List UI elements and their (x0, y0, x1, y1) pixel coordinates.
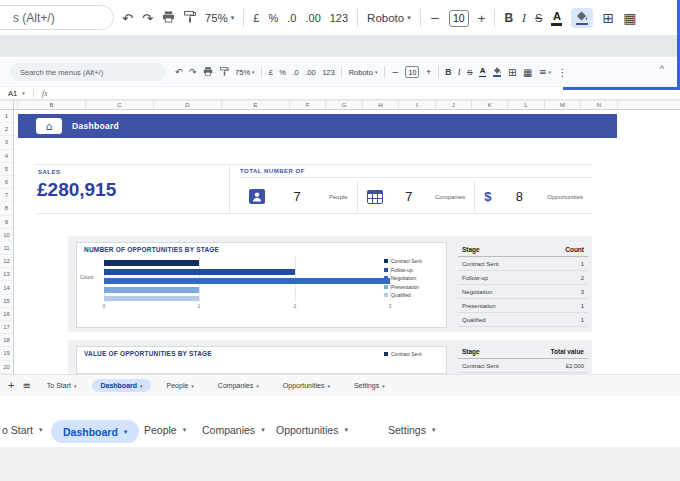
zoom-select[interactable]: 75% ▾ (235, 68, 255, 77)
decrease-font-size-button[interactable]: − (391, 67, 399, 77)
sheet-tab-to-start[interactable]: To Start▾ (39, 379, 85, 392)
row-number[interactable]: 16 (0, 308, 13, 321)
paint-format-button[interactable] (220, 67, 229, 78)
chart-bar-qualified (104, 296, 199, 301)
column-header[interactable]: D (154, 101, 222, 109)
sheet-tab-people[interactable]: People▾ (159, 379, 202, 392)
format-currency-button[interactable]: £ (253, 12, 259, 24)
decrease-decimal-button[interactable]: .0 (292, 68, 298, 77)
column-header[interactable]: N (581, 101, 617, 109)
row-number[interactable]: 10 (0, 229, 13, 242)
row-number[interactable]: 9 (0, 216, 13, 229)
column-header[interactable]: L (508, 101, 544, 109)
zoomed-tab-settings[interactable]: Settings▾ (388, 424, 435, 436)
row-number[interactable]: 20 (0, 361, 13, 374)
row-number[interactable]: 7 (0, 189, 13, 202)
redo-button[interactable]: ↷ (142, 11, 153, 26)
row-number[interactable]: 2 (0, 123, 13, 136)
row-number[interactable]: 19 (0, 347, 13, 360)
column-header[interactable]: C (86, 101, 154, 109)
zoomed-tab-dashboard[interactable]: Dashboard▾ (51, 420, 139, 443)
row-number[interactable]: 4 (0, 150, 13, 163)
strikethrough-button[interactable]: S (535, 12, 542, 24)
sheet-tab-settings[interactable]: Settings▾ (346, 379, 393, 392)
sheet-tab-opportunities[interactable]: Opportunities▾ (275, 379, 338, 392)
row-number[interactable]: 8 (0, 202, 13, 215)
chevron-down-icon: ▾ (375, 69, 378, 75)
row-number[interactable]: 11 (0, 242, 13, 255)
format-percent-button[interactable]: % (268, 12, 278, 24)
text-color-button[interactable]: A (479, 67, 486, 78)
italic-button[interactable]: I (522, 11, 526, 26)
zoom-select[interactable]: 75% ▾ (205, 12, 235, 24)
more-formats-button[interactable]: 123 (330, 12, 348, 24)
fill-color-button[interactable] (571, 8, 593, 28)
more-options-button[interactable]: ⋮ (557, 67, 567, 78)
row-number[interactable]: 18 (0, 334, 13, 347)
collapse-toolbar-button[interactable]: ^ (660, 64, 664, 74)
paint-format-button[interactable] (184, 11, 196, 26)
font-size-input[interactable]: 10 (405, 66, 419, 78)
format-percent-button[interactable]: % (279, 68, 286, 77)
column-header[interactable]: H (363, 101, 399, 109)
font-size-input[interactable]: 10 (449, 10, 469, 27)
search-menus-input[interactable]: Search the menus (Alt+/) (10, 63, 166, 81)
select-all-corner[interactable] (0, 101, 14, 109)
borders-button[interactable]: ⊞ (602, 10, 614, 26)
italic-button[interactable]: I (458, 67, 461, 77)
print-button[interactable] (203, 67, 213, 78)
column-header[interactable]: M (545, 101, 581, 109)
text-color-button[interactable]: A (551, 11, 562, 26)
format-currency-button[interactable]: £ (269, 68, 273, 77)
row-number[interactable]: 1 (0, 110, 13, 123)
column-header[interactable]: K (472, 101, 508, 109)
row-number[interactable]: 5 (0, 163, 13, 176)
undo-button[interactable]: ↶ (175, 67, 183, 77)
horizontal-align-button[interactable]: ≡ ▾ (539, 67, 551, 77)
bold-button[interactable]: B (445, 67, 451, 77)
increase-decimal-button[interactable]: .00 (305, 12, 320, 24)
merge-cells-button[interactable]: ▦ (523, 67, 532, 78)
column-header[interactable]: I (399, 101, 435, 109)
fill-color-button[interactable] (493, 67, 502, 77)
sheet-tab-dashboard[interactable]: Dashboard▾ (92, 379, 150, 392)
column-header[interactable]: F (290, 101, 326, 109)
cell-reference-box[interactable]: A1 (8, 89, 17, 98)
zoomed-tab-people[interactable]: People▾ (144, 424, 186, 436)
add-sheet-button[interactable]: + (8, 380, 14, 391)
column-header[interactable]: J (436, 101, 472, 109)
row-number[interactable]: 3 (0, 136, 13, 149)
zoomed-tab-companies[interactable]: Companies▾ (202, 424, 265, 436)
column-header[interactable]: G (326, 101, 362, 109)
redo-button[interactable]: ↷ (189, 67, 197, 77)
row-number[interactable]: 15 (0, 295, 13, 308)
home-button[interactable]: ⌂ (36, 118, 62, 134)
decrease-font-size-button[interactable]: − (430, 11, 440, 25)
zoomed-tab-to-start[interactable]: o Start▾ (2, 424, 42, 436)
all-sheets-button[interactable]: ≡ (22, 381, 30, 391)
print-button[interactable] (162, 11, 175, 26)
increase-decimal-button[interactable]: .00 (305, 68, 315, 77)
increase-font-size-button[interactable]: + (478, 11, 486, 26)
increase-font-size-button[interactable]: + (426, 67, 431, 77)
background-gap (0, 36, 680, 57)
font-select[interactable]: Roboto ▾ (349, 68, 378, 77)
bold-button[interactable]: B (504, 11, 513, 25)
more-formats-button[interactable]: 123 (322, 68, 335, 77)
undo-button[interactable]: ↶ (122, 11, 133, 26)
sheet-tab-companies[interactable]: Companies▾ (210, 379, 267, 392)
search-menus-input[interactable]: s (Alt+/) (0, 5, 114, 30)
strikethrough-button[interactable]: S (467, 68, 472, 77)
row-number[interactable]: 12 (0, 255, 13, 268)
zoomed-tab-opportunities[interactable]: Opportunities▾ (276, 424, 348, 436)
row-number[interactable]: 13 (0, 268, 13, 281)
row-number[interactable]: 17 (0, 321, 13, 334)
row-number[interactable]: 14 (0, 281, 13, 294)
borders-button[interactable]: ⊞ (508, 67, 516, 78)
font-select[interactable]: Roboto ▾ (367, 12, 411, 24)
merge-cells-button[interactable]: ▦ (623, 10, 636, 26)
column-header[interactable]: E (222, 101, 290, 109)
row-number[interactable]: 6 (0, 176, 13, 189)
column-header[interactable]: B (18, 101, 86, 109)
decrease-decimal-button[interactable]: .0 (287, 12, 296, 24)
